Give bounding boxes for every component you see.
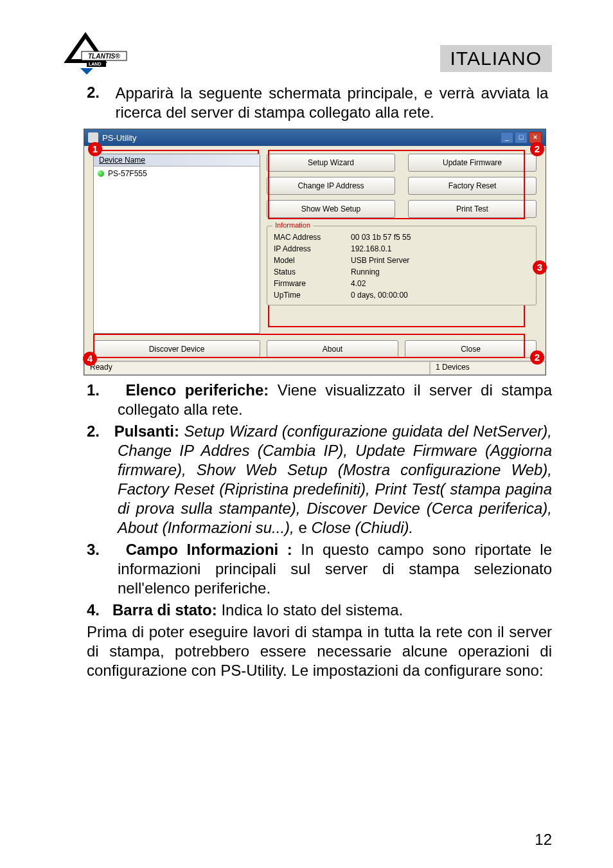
model-label: Model: [274, 256, 351, 265]
annotation-badge-2: 2: [530, 142, 544, 156]
setup-wizard-button[interactable]: Setup Wizard: [267, 154, 395, 172]
status-device-count: 1 Devices: [430, 361, 546, 375]
change-ip-button[interactable]: Change IP Address: [267, 177, 395, 195]
ip-value: 192.168.0.1: [351, 244, 391, 253]
language-badge: ITALIANO: [440, 45, 552, 72]
brand-logo: TLANTIS® LAND: [61, 32, 132, 77]
ps-utility-window: PS-Utility _ □ × 1 2 3 2 4 Device Name P…: [84, 129, 546, 375]
firmware-value: 4.02: [351, 279, 366, 288]
list-item-4: 4. Barra di stato: Indica lo stato del s…: [61, 601, 552, 620]
device-name: PS-57F555: [108, 169, 147, 178]
status-ready: Ready: [84, 361, 430, 375]
firmware-label: Firmware: [274, 279, 351, 288]
status-bar: Ready 1 Devices: [84, 361, 546, 375]
annotation-badge-1: 1: [88, 142, 102, 156]
maximize-button[interactable]: □: [515, 132, 528, 143]
list-item-2: 2. Pulsanti: Setup Wizard (configurazion…: [61, 422, 552, 538]
app-icon: [88, 132, 98, 143]
annotation-badge-3: 3: [533, 260, 547, 275]
status-label: Status: [274, 267, 351, 276]
status-value: Running: [351, 267, 380, 276]
ip-label: IP Address: [274, 244, 351, 253]
update-firmware-button[interactable]: Update Firmware: [408, 154, 537, 172]
about-button[interactable]: About: [267, 340, 398, 358]
intro-text: Apparirà la seguente schermata principal…: [115, 84, 548, 122]
show-web-setup-button[interactable]: Show Web Setup: [267, 200, 395, 218]
titlebar: PS-Utility _ □ ×: [84, 129, 546, 146]
discover-device-button[interactable]: Discover Device: [93, 340, 260, 358]
window-title: PS-Utility: [102, 133, 136, 143]
svg-marker-5: [80, 68, 93, 75]
close-button[interactable]: Close: [405, 340, 537, 358]
mac-value: 00 03 1b 57 f5 55: [351, 233, 411, 242]
factory-reset-button[interactable]: Factory Reset: [408, 177, 537, 195]
information-group-title: Information: [272, 221, 313, 229]
device-list-item[interactable]: PS-57F555: [94, 167, 260, 181]
mac-label: MAC Address: [274, 233, 351, 242]
annotation-badge-2b: 2: [530, 350, 544, 365]
uptime-label: UpTime: [274, 291, 351, 300]
list-item-3: 3. Campo Informazioni : In questo campo …: [61, 540, 552, 598]
svg-text:TLANTIS®: TLANTIS®: [88, 53, 120, 60]
model-value: USB Print Server: [351, 256, 409, 265]
closing-paragraph: Prima di poter eseguire lavori di stampa…: [61, 622, 552, 680]
device-list-panel: Device Name PS-57F555: [93, 154, 260, 334]
device-status-icon: [98, 170, 104, 177]
print-test-button[interactable]: Print Test: [408, 200, 537, 218]
device-list-header[interactable]: Device Name: [94, 154, 260, 167]
intro-number: 2.: [87, 84, 112, 102]
svg-text:LAND: LAND: [89, 62, 101, 66]
list-item-1: 1. Elenco periferiche: Viene visualizzat…: [61, 381, 552, 419]
information-group: Information MAC Address00 03 1b 57 f5 55…: [267, 226, 537, 305]
minimize-button[interactable]: _: [501, 132, 513, 143]
annotation-badge-4: 4: [83, 352, 97, 366]
page-number: 12: [535, 831, 552, 849]
uptime-value: 0 days, 00:00:00: [351, 291, 408, 300]
